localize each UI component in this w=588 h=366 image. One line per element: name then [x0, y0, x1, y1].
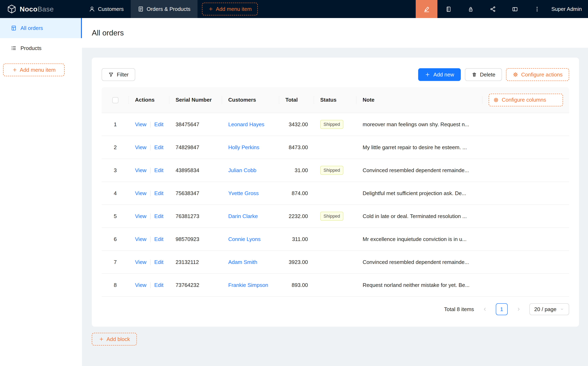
total-cell: 874.00	[279, 182, 314, 205]
configure-column-cell	[482, 228, 569, 251]
row-index: 3	[102, 159, 129, 182]
customer-link[interactable]: Darin Clarke	[228, 213, 258, 219]
table-toolbar: Filter Add new	[102, 68, 569, 81]
action-divider	[150, 282, 151, 288]
table-row: 6 ViewEdit 98570923 Connie Lyons 311.00 …	[102, 228, 569, 251]
edit-link[interactable]: Edit	[154, 121, 164, 128]
row-index: 1	[102, 113, 129, 136]
edit-link[interactable]: Edit	[154, 259, 164, 265]
note-cell: Request norland neither mistake for yet.…	[356, 274, 482, 297]
customer-link[interactable]: Frankie Simpson	[228, 282, 268, 288]
add-block-button[interactable]: Add block	[92, 333, 137, 345]
ui-editor-button[interactable]	[416, 0, 437, 18]
serial-number-cell: 43895834	[169, 159, 222, 182]
nav-item-customers[interactable]: Customers	[82, 0, 131, 18]
actions-cell: ViewEdit	[129, 182, 169, 205]
configure-column-cell	[482, 159, 569, 182]
configure-column-cell	[482, 251, 569, 274]
view-link[interactable]: View	[135, 213, 146, 219]
customer-link[interactable]: Adam Smith	[228, 259, 257, 265]
table-row: 4 ViewEdit 75638347 Yvette Gross 874.00 …	[102, 182, 569, 205]
serial-number-cell: 98570923	[169, 228, 222, 251]
configure-actions-button[interactable]: Configure actions	[506, 68, 569, 81]
edit-link[interactable]: Edit	[154, 190, 164, 196]
status-cell: Shipped	[314, 113, 356, 136]
view-link[interactable]: View	[135, 259, 146, 265]
notebook-button[interactable]	[437, 0, 460, 18]
sidebar-item-label: All orders	[21, 25, 43, 31]
edit-link[interactable]: Edit	[154, 167, 164, 173]
next-page-button[interactable]	[513, 303, 525, 315]
page-size-select[interactable]: 20 / page	[529, 303, 569, 315]
note-cell: Convinced resembled dependent remainde..…	[356, 159, 482, 182]
view-link[interactable]: View	[135, 144, 146, 150]
sidebar-item-products[interactable]: Products	[0, 38, 82, 58]
status-cell	[314, 228, 356, 251]
main-content: All orders Filter	[82, 18, 588, 366]
more-button[interactable]	[526, 0, 548, 18]
sidebar: All orders Products Add menu item	[0, 18, 82, 366]
view-link[interactable]: View	[135, 167, 146, 173]
serial-number-cell: 23132112	[169, 251, 222, 274]
delete-button[interactable]: Delete	[465, 68, 502, 81]
layout-button[interactable]	[504, 0, 526, 18]
previous-page-button[interactable]	[479, 303, 491, 315]
notebook-icon	[445, 6, 452, 12]
view-link[interactable]: View	[135, 190, 146, 196]
customer-link[interactable]: Julian Cobb	[228, 167, 256, 173]
lock-icon	[467, 6, 474, 12]
row-index: 5	[102, 205, 129, 228]
serial-number-cell: 75638347	[169, 182, 222, 205]
note-cell: Mr excellence inquietude conviction is i…	[356, 228, 482, 251]
edit-link[interactable]: Edit	[154, 282, 164, 288]
customer-link[interactable]: Connie Lyons	[228, 236, 261, 242]
view-link[interactable]: View	[135, 282, 146, 288]
nav-item-orders-products[interactable]: Orders & Products	[131, 0, 197, 18]
edit-link[interactable]: Edit	[154, 144, 164, 150]
orders-table-card: Filter Add new	[92, 58, 579, 327]
configure-columns-button[interactable]: Configure columns	[489, 94, 563, 106]
lock-button[interactable]	[460, 0, 482, 18]
view-link[interactable]: View	[135, 236, 146, 242]
configure-column-cell	[482, 274, 569, 297]
row-index: 7	[102, 251, 129, 274]
filter-button[interactable]: Filter	[102, 68, 135, 81]
action-divider	[150, 191, 151, 196]
page-1-button[interactable]: 1	[496, 303, 508, 315]
customer-link[interactable]: Holly Perkins	[228, 144, 259, 150]
customer-link[interactable]: Leonard Hayes	[228, 121, 264, 128]
status-tag: Shipped	[320, 212, 343, 221]
sidebar-add-menu-item-button[interactable]: Add menu item	[3, 63, 65, 76]
plus-icon	[425, 72, 430, 77]
view-link[interactable]: View	[135, 121, 146, 128]
status-cell: Shipped	[314, 159, 356, 182]
column-header-serial-number: Serial Number	[169, 87, 222, 113]
customer-link[interactable]: Yvette Gross	[228, 190, 259, 196]
api-button[interactable]	[482, 0, 504, 18]
edit-link[interactable]: Edit	[154, 213, 164, 219]
column-header-note: Note	[356, 87, 482, 113]
user-menu[interactable]: Super Admin	[548, 6, 588, 12]
column-header-status: Status	[314, 87, 356, 113]
serial-number-cell: 73764232	[169, 274, 222, 297]
nocobase-logo[interactable]: NocoBase	[0, 0, 82, 18]
total-cell: 3432.00	[279, 113, 314, 136]
nav-item-label: Orders & Products	[147, 6, 190, 12]
add-menu-item-label: Add menu item	[20, 67, 56, 73]
edit-link[interactable]: Edit	[154, 236, 164, 242]
add-new-button[interactable]: Add new	[418, 68, 460, 81]
top-header: NocoBase Customers Orders & Products Add	[0, 0, 588, 18]
nocobase-logo-icon	[7, 4, 16, 14]
gear-icon	[493, 97, 499, 103]
select-all-checkbox[interactable]	[112, 97, 118, 103]
sidebar-item-all-orders[interactable]: All orders	[0, 18, 82, 38]
action-divider	[150, 214, 151, 219]
products-list-icon	[11, 45, 17, 51]
column-header-customers: Customers	[222, 87, 279, 113]
table-body: 1 ViewEdit 38475647 Leonard Hayes 3432.0…	[102, 113, 569, 297]
customer-cell: Leonard Hayes	[222, 113, 279, 136]
configure-column-cell	[482, 182, 569, 205]
header-add-menu-item-button[interactable]: Add menu item	[202, 3, 258, 15]
table-row: 2 ViewEdit 74829847 Holly Perkins 8473.0…	[102, 136, 569, 159]
gear-icon	[513, 72, 518, 77]
